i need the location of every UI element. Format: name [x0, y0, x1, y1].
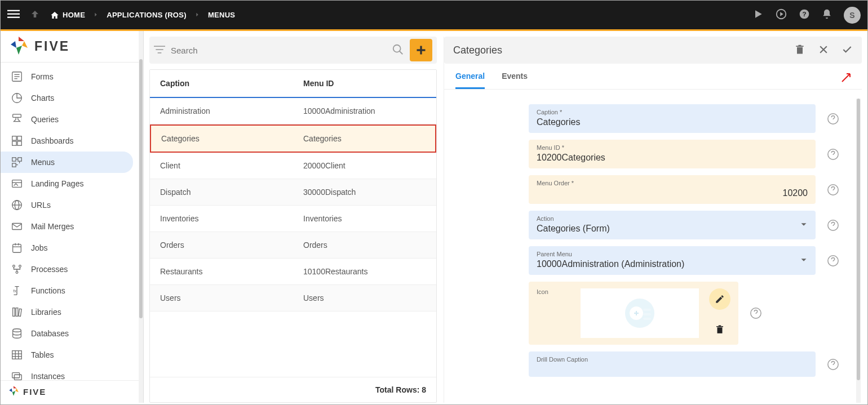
caption-value: Categories	[537, 117, 808, 127]
drilldown-field[interactable]: Drill Down Caption	[529, 351, 816, 377]
hamburger-icon[interactable]	[7, 8, 20, 22]
field-row-drilldown: Drill Down Caption	[529, 351, 839, 377]
deploy-icon[interactable]	[775, 8, 787, 22]
chevron-down-icon	[799, 219, 809, 231]
add-button[interactable]	[410, 39, 432, 61]
tab-general[interactable]: General	[455, 72, 485, 89]
delete-icon[interactable]	[794, 44, 805, 57]
icon-preview	[581, 288, 699, 338]
sidebar-item-label: Processes	[31, 265, 68, 274]
sidebar-item-label: Instances	[31, 372, 65, 380]
table-row[interactable]: CategoriesCategories	[150, 124, 436, 153]
forms-icon	[11, 70, 23, 83]
sidebar-item-urls[interactable]: URLs	[1, 194, 143, 216]
logo-text: FIVE	[34, 39, 70, 54]
sidebar-item-label: Jobs	[31, 243, 48, 252]
help-icon[interactable]	[750, 307, 762, 319]
cell-menuid: Users	[293, 285, 436, 311]
sidebar-scrollbar[interactable]	[139, 31, 143, 403]
save-check-icon[interactable]	[842, 44, 853, 57]
help-icon[interactable]	[827, 255, 839, 267]
column-header-menuid[interactable]: Menu ID	[293, 70, 436, 97]
sidebar-item-databases[interactable]: Databases	[1, 323, 143, 344]
svg-rect-35	[13, 308, 15, 317]
menuid-label: Menu ID *	[537, 144, 808, 151]
delete-icon-button[interactable]	[715, 324, 725, 336]
help-icon[interactable]	[827, 184, 839, 196]
cell-menuid: Inventories	[293, 206, 436, 232]
functions-icon: fx	[11, 284, 23, 297]
play-icon[interactable]	[752, 8, 764, 21]
sidebar-item-forms[interactable]: Forms	[1, 66, 143, 87]
breadcrumb-applications[interactable]: APPLICATIONS (ROS)	[107, 11, 187, 19]
cell-caption: Restaurants	[150, 259, 293, 284]
tab-events[interactable]: Events	[502, 72, 528, 89]
databases-icon	[11, 327, 23, 340]
help-icon[interactable]	[827, 358, 839, 371]
table-row[interactable]: Restaurants10100Restaurants	[150, 259, 436, 285]
sidebar-item-menus[interactable]: Menus	[1, 152, 133, 173]
table-row[interactable]: OrdersOrders	[150, 232, 436, 259]
urls-icon	[11, 199, 23, 211]
help-icon[interactable]: ?	[799, 8, 810, 21]
action-field[interactable]: Action Categories (Form)	[529, 211, 816, 239]
edit-icon-button[interactable]	[709, 288, 730, 310]
filter-icon[interactable]	[154, 44, 165, 57]
order-field[interactable]: Menu Order * 10200	[529, 175, 816, 204]
table-row[interactable]: InventoriesInventories	[150, 206, 436, 232]
topbar: HOME APPLICATIONS (ROS) MENUS ? S	[1, 1, 867, 31]
sidebar-item-mail-merges[interactable]: Mail Merges	[1, 216, 143, 237]
cell-caption: Categories	[151, 126, 293, 152]
breadcrumb-menus[interactable]: MENUS	[208, 11, 235, 19]
svg-rect-22	[12, 180, 22, 188]
cell-caption: Dispatch	[150, 179, 293, 205]
help-icon[interactable]	[827, 219, 839, 232]
table-row[interactable]: Client20000Client	[150, 153, 436, 179]
svg-rect-48	[158, 52, 162, 54]
svg-point-38	[13, 329, 21, 332]
menuid-field[interactable]: Menu ID * 10200Categories	[529, 140, 816, 168]
close-icon[interactable]	[818, 44, 829, 57]
user-avatar[interactable]: S	[844, 7, 861, 24]
bell-icon[interactable]	[821, 8, 832, 21]
sidebar-item-libraries[interactable]: Libraries	[1, 301, 143, 323]
column-header-caption[interactable]: Caption	[150, 70, 293, 97]
table-row[interactable]: Dispatch30000Dispatch	[150, 179, 436, 206]
breadcrumb-applications-label: APPLICATIONS (ROS)	[107, 11, 187, 19]
svg-rect-11	[13, 114, 21, 118]
instances-icon	[11, 370, 23, 380]
annotation-arrow-icon	[840, 70, 853, 86]
sidebar-item-instances[interactable]: Instances	[1, 366, 143, 380]
parent-value: 10000Administration (Administration)	[537, 259, 808, 269]
table-row[interactable]: Administration10000Administration	[150, 98, 436, 124]
caption-field[interactable]: Caption * Categories	[529, 104, 816, 133]
cell-menuid: Categories	[293, 126, 435, 152]
sidebar-item-label: Tables	[31, 350, 54, 359]
detail-scrollbar[interactable]	[856, 99, 861, 403]
topbar-right: ? S	[752, 7, 861, 24]
parent-field[interactable]: Parent Menu 10000Administration (Adminis…	[529, 246, 816, 275]
svg-rect-15	[17, 141, 21, 145]
breadcrumb-home[interactable]: HOME	[50, 11, 85, 20]
sidebar-item-functions[interactable]: fxFunctions	[1, 280, 143, 301]
sidebar-item-queries[interactable]: Queries	[1, 109, 143, 130]
sidebar-item-landing-pages[interactable]: Landing Pages	[1, 173, 143, 194]
help-icon[interactable]	[827, 113, 839, 125]
sidebar-item-charts[interactable]: Charts	[1, 87, 143, 109]
five-logo-icon	[7, 34, 30, 59]
search-icon[interactable]	[392, 43, 404, 57]
sidebar-item-tables[interactable]: Tables	[1, 344, 143, 366]
sidebar-item-dashboards[interactable]: Dashboards	[1, 130, 143, 152]
table-row[interactable]: UsersUsers	[150, 285, 436, 311]
sidebar-item-label: Mail Merges	[31, 222, 74, 231]
help-icon[interactable]	[827, 148, 839, 161]
svg-rect-27	[13, 244, 21, 253]
search-input[interactable]	[171, 46, 386, 55]
chevron-right-icon	[93, 11, 99, 19]
sidebar-item-label: Charts	[31, 94, 54, 103]
svg-line-50	[400, 51, 403, 54]
table-head: Caption Menu ID	[150, 70, 436, 98]
sidebar-item-jobs[interactable]: Jobs	[1, 237, 143, 259]
sidebar-item-processes[interactable]: Processes	[1, 259, 143, 280]
dashboards-icon	[11, 135, 23, 147]
